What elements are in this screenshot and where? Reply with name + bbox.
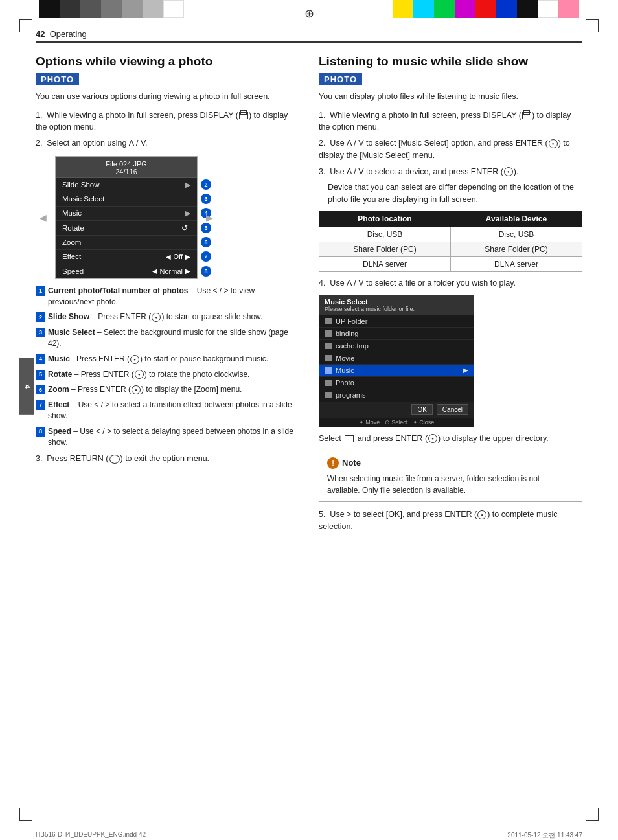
badge-3: 3: [201, 194, 211, 204]
swatch-4: [101, 0, 122, 18]
folder-icon-up: [325, 318, 332, 324]
music-select-header: Music Select Please select a music folde…: [319, 295, 474, 315]
step-1: 1. While viewing a photo in full screen,…: [36, 109, 299, 134]
menu-filename: File 024.JPG: [56, 160, 197, 168]
desc-text-1: Current photo/Total number of photos – U…: [48, 286, 299, 308]
enter-icon-r4: [428, 434, 437, 443]
badge-6: 6: [201, 237, 211, 247]
swatch-2: [60, 0, 80, 18]
swatch-w2: [538, 0, 558, 18]
desc-text-6: Zoom – Press ENTER () to display the [Zo…: [48, 384, 299, 395]
desc-item-8: 8 Speed – Use < / > to select a delaying…: [36, 426, 299, 448]
enter-icon-r5: [477, 510, 486, 519]
menu-musicselect-label: Music Select: [62, 195, 190, 203]
menu-counter: 24/116: [56, 168, 197, 176]
menu-image: File 024.JPG 24/116 Slide Show ▶ 2 Music…: [55, 156, 198, 279]
music-select-screenshot: Music Select Please select a music folde…: [319, 295, 474, 427]
device-table: Photo location Available Device Disc, US…: [319, 211, 582, 272]
enter-icon-2: [152, 313, 161, 322]
music-label-movie: Movie: [336, 354, 354, 362]
swatch-pk: [558, 0, 579, 18]
desc-item-6: 6 Zoom – Press ENTER () to display the […: [36, 384, 299, 395]
page-header: 42 Operating: [36, 29, 582, 43]
music-row-programs: programs: [319, 389, 474, 402]
music-label-music: Music: [336, 367, 354, 374]
music-label-programs: programs: [336, 391, 365, 399]
swatch-1: [39, 0, 60, 18]
menu-row-speed: Speed ◀ Normal ▶ 8: [56, 264, 197, 278]
music-select-title: Music Select: [325, 298, 468, 306]
folder-icon-music: [325, 367, 332, 374]
menu-slideshow-label: Slide Show: [62, 181, 185, 188]
desc-item-5: 5 Rotate – Press ENTER () to rotate the …: [36, 369, 299, 380]
color-bar-right: [393, 0, 579, 18]
menu-zoom-label: Zoom: [62, 238, 190, 246]
left-section-title: Options while viewing a photo: [36, 54, 299, 69]
menu-speed-label: Speed: [62, 267, 152, 275]
page-footer: HB516-DH4_BDEUPPK_ENG.indd 42 2011-05-12…: [36, 828, 582, 840]
note-title: ! Note: [327, 457, 574, 470]
desc-item-2: 2 Slide Show – Press ENTER () to start o…: [36, 312, 299, 323]
right-column: Listening to music while slide show PHOT…: [319, 54, 582, 536]
swatch-bk2: [517, 0, 538, 18]
return-icon: [109, 455, 120, 464]
desc-item-7: 7 Effect – Use < / > to select a transit…: [36, 400, 299, 422]
enter-icon-r3: [504, 167, 513, 176]
swatch-7: [163, 0, 184, 18]
desc-text-2: Slide Show – Press ENTER () to start or …: [48, 312, 299, 323]
menu-effect-label: Effect: [62, 253, 166, 260]
swatch-3: [80, 0, 101, 18]
right-step-4-after: Select and press ENTER () to display the…: [319, 433, 582, 445]
speed-arrow-right: ▶: [185, 267, 190, 275]
menu-screenshot: ◀ File 024.JPG 24/116 Slide Show ▶ 2 Mus…: [49, 156, 204, 279]
music-footer-nav: ✦ Move ⊙ Select ✦ Close: [319, 418, 474, 427]
swatch-y: [393, 0, 413, 18]
menu-row-zoom: Zoom 6: [56, 236, 197, 250]
swatch-g: [434, 0, 455, 18]
menu-music-label: Music: [62, 209, 185, 217]
note-icon: !: [327, 457, 339, 469]
sq-badge-6: 6: [36, 385, 45, 394]
music-label-upfolder: UP Folder: [336, 317, 367, 325]
music-row-music-selected: Music ▶: [319, 365, 474, 377]
music-ok-button[interactable]: OK: [411, 404, 432, 415]
footer-right: 2011-05-12 오전 11:43:47: [507, 831, 582, 840]
music-label-cache: cache.tmp: [336, 342, 369, 350]
sq-badge-2: 2: [36, 312, 45, 322]
music-row-binding: binding: [319, 328, 474, 340]
enter-icon-6: [132, 385, 141, 394]
menu-row-slideshow: Slide Show ▶ 2: [56, 178, 197, 192]
sq-badge-4: 4: [36, 354, 45, 364]
columns: Options while viewing a photo PHOTO You …: [36, 54, 582, 536]
swatch-6: [143, 0, 163, 18]
folder-icon-photo: [325, 380, 332, 386]
folder-icon-movie: [325, 355, 332, 361]
badge-5: 5: [201, 223, 211, 233]
table-row-1: Disc, USB Disc, USB: [319, 227, 582, 242]
music-arrow: ▶: [185, 209, 190, 218]
music-select-subtitle: Please select a music folder or file.: [325, 306, 468, 312]
right-step-4: 4. Use Λ / V to select a file or a folde…: [319, 277, 582, 289]
music-row-cache: cache.tmp: [319, 340, 474, 352]
slideshow-arrow: ▶: [185, 181, 190, 189]
sq-badge-8: 8: [36, 427, 45, 437]
desc-text-7: Effect – Use < / > to select a transitio…: [48, 400, 299, 422]
enter-icon-5: [135, 370, 144, 379]
sidebar-tab: 4 Operating: [19, 358, 34, 414]
music-cancel-button[interactable]: Cancel: [437, 404, 468, 415]
table-cell-loc-1: Disc, USB: [319, 227, 451, 242]
nav-prev-icon: ◀: [40, 212, 47, 223]
display-icon-1: [239, 112, 248, 119]
enter-icon-4: [130, 355, 139, 364]
table-cell-dev-1: Disc, USB: [451, 227, 582, 242]
music-label-binding: binding: [336, 330, 358, 337]
right-photo-badge: PHOTO: [319, 73, 362, 85]
desc-item-1: 1 Current photo/Total number of photos –…: [36, 286, 299, 308]
sidebar-label: Operating: [6, 370, 14, 402]
desc-text-4: Music –Press ENTER () to start or pause …: [48, 354, 299, 365]
desc-list: 1 Current photo/Total number of photos –…: [36, 286, 299, 448]
menu-rotate-label: Rotate: [62, 224, 181, 232]
music-row-photo: Photo: [319, 377, 474, 389]
desc-item-3: 3 Music Select – Select the background m…: [36, 327, 299, 349]
note-box: ! Note When selecting music file from a …: [319, 451, 582, 502]
